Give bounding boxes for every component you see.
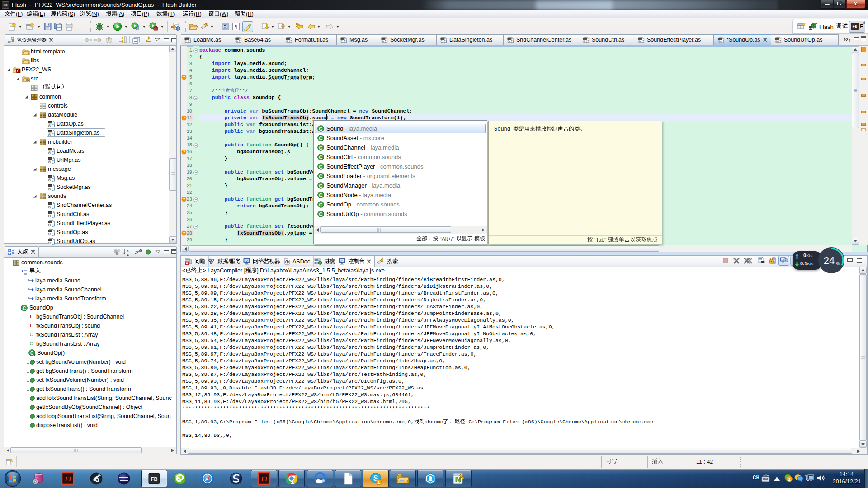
svg-text:C: C xyxy=(319,192,323,198)
svg-text:{}: {} xyxy=(52,214,55,218)
svg-text:C: C xyxy=(23,305,26,311)
svg-text:{}: {} xyxy=(52,160,55,164)
svg-text:C: C xyxy=(319,211,323,217)
svg-text:{}: {} xyxy=(289,40,292,43)
svg-text:C: C xyxy=(319,164,323,169)
svg-text:{}: {} xyxy=(641,40,645,43)
svg-text:{}: {} xyxy=(443,40,447,43)
svg-text:{}: {} xyxy=(238,40,242,43)
svg-text:{}: {} xyxy=(721,40,725,43)
svg-text:{}: {} xyxy=(778,40,782,43)
svg-text:{}: {} xyxy=(188,40,191,43)
svg-text:{}: {} xyxy=(586,40,590,43)
svg-text:C: C xyxy=(319,155,323,160)
svg-text:S: S xyxy=(140,249,142,253)
svg-text:%: % xyxy=(836,261,840,266)
svg-text:?: ? xyxy=(183,197,185,202)
svg-text:24: 24 xyxy=(824,255,835,266)
svg-text:C: C xyxy=(319,136,323,141)
svg-text:?: ? xyxy=(183,75,185,80)
svg-text:1: 1 xyxy=(377,480,380,485)
svg-text:{}: {} xyxy=(384,40,388,43)
svg-text:?: ? xyxy=(183,231,185,235)
svg-text:1: 1 xyxy=(849,38,851,43)
svg-text:{}: {} xyxy=(510,40,514,43)
svg-text:Fl: Fl xyxy=(260,476,267,483)
svg-text:FB: FB xyxy=(151,476,158,482)
svg-text:?: ? xyxy=(183,116,185,120)
svg-text:{}: {} xyxy=(52,178,55,182)
svg-text:{}: {} xyxy=(52,241,55,245)
svg-text:C: C xyxy=(319,145,323,150)
svg-text:FB: FB xyxy=(8,41,11,43)
svg-text:{}: {} xyxy=(52,124,55,127)
svg-text:C: C xyxy=(319,202,323,207)
svg-text:{}: {} xyxy=(344,40,347,43)
svg-text:?: ? xyxy=(183,150,185,154)
svg-text:{}: {} xyxy=(52,232,55,236)
svg-text:C: C xyxy=(319,126,323,131)
svg-text:C: C xyxy=(319,174,323,179)
svg-text:C: C xyxy=(319,183,323,188)
svg-text:{}: {} xyxy=(52,205,55,209)
svg-text:Fl: Fl xyxy=(64,476,71,483)
svg-text:{}: {} xyxy=(52,151,55,155)
svg-text:1: 1 xyxy=(788,477,790,482)
svg-text:{}: {} xyxy=(52,223,55,227)
svg-text:¶: ¶ xyxy=(235,23,237,30)
svg-text:z: z xyxy=(127,252,129,256)
svg-text:{}: {} xyxy=(52,187,55,191)
